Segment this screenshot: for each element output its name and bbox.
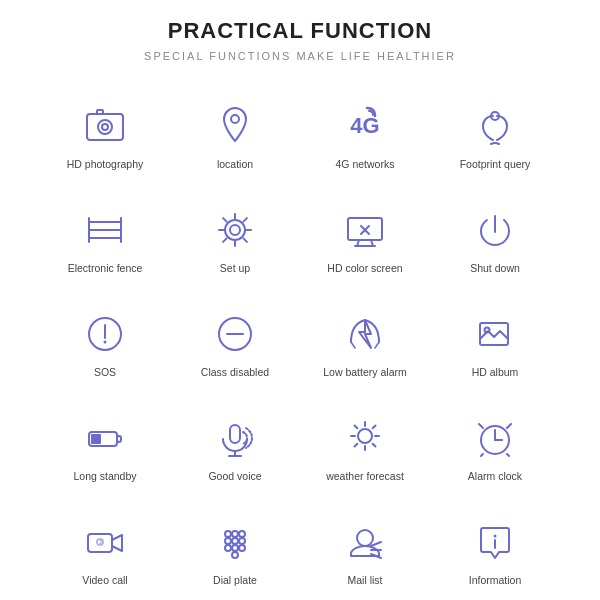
svg-rect-30 xyxy=(91,434,101,444)
dial-plate-label: Dial plate xyxy=(213,574,257,588)
feature-4g: 4G 4G networks xyxy=(300,78,430,178)
video-call-icon xyxy=(79,516,131,568)
svg-point-11 xyxy=(230,225,240,235)
svg-point-51 xyxy=(239,531,245,537)
class-disabled-icon xyxy=(209,308,261,360)
svg-point-12 xyxy=(225,220,245,240)
setup-icon xyxy=(209,204,261,256)
page-subtitle: SPECIAL FUNCTIONS MAKE LIFE HEALTHIER xyxy=(144,50,456,62)
4g-icon: 4G xyxy=(339,100,391,152)
feature-hd-photography: HD photography xyxy=(40,78,170,178)
feature-electronic-fence: Electronic fence xyxy=(40,182,170,282)
feature-information: Information xyxy=(430,494,560,594)
information-label: Information xyxy=(469,574,522,588)
svg-line-39 xyxy=(355,426,358,429)
page-title: PRACTICAL FUNCTION xyxy=(168,18,432,44)
shutdown-label: Shut down xyxy=(470,262,520,276)
weather-label: weather forecast xyxy=(326,470,404,484)
svg-point-54 xyxy=(239,538,245,544)
feature-mail-list: Mail list xyxy=(300,494,430,594)
svg-point-58 xyxy=(232,552,238,558)
setup-label: Set up xyxy=(220,262,250,276)
feature-dial-plate: Dial plate xyxy=(170,494,300,594)
svg-rect-29 xyxy=(117,436,121,442)
hd-album-label: HD album xyxy=(472,366,519,380)
svg-rect-31 xyxy=(230,425,240,443)
sos-icon xyxy=(79,308,131,360)
alarm-label: Alarm clock xyxy=(468,470,522,484)
class-disabled-label: Class disabled xyxy=(201,366,269,380)
feature-shutdown: Shut down xyxy=(430,182,560,282)
svg-point-4 xyxy=(231,115,239,123)
svg-point-59 xyxy=(357,530,373,546)
hd-photography-icon xyxy=(79,100,131,152)
hd-screen-label: HD color screen xyxy=(327,262,402,276)
svg-line-42 xyxy=(355,444,358,447)
svg-point-55 xyxy=(225,545,231,551)
feature-low-battery: Low battery alarm xyxy=(300,286,430,386)
svg-point-1 xyxy=(98,120,112,134)
svg-rect-3 xyxy=(97,110,103,114)
long-standby-label: Long standby xyxy=(73,470,136,484)
feature-sos: SOS xyxy=(40,286,170,386)
low-battery-label: Low battery alarm xyxy=(323,366,406,380)
feature-location: location xyxy=(170,78,300,178)
footprint-query-label: Footprint query xyxy=(460,158,531,172)
feature-alarm: Alarm clock xyxy=(430,390,560,490)
location-label: location xyxy=(217,158,253,172)
dial-plate-icon xyxy=(209,516,261,568)
low-battery-icon xyxy=(339,308,391,360)
svg-point-52 xyxy=(225,538,231,544)
feature-hd-screen: HD color screen xyxy=(300,182,430,282)
video-call-label: Video call xyxy=(82,574,127,588)
long-standby-icon xyxy=(79,412,131,464)
electronic-fence-label: Electronic fence xyxy=(68,262,143,276)
footprint-query-icon xyxy=(469,100,521,152)
location-icon xyxy=(209,100,261,152)
hd-screen-icon xyxy=(339,204,391,256)
svg-point-34 xyxy=(358,429,372,443)
svg-rect-0 xyxy=(87,114,123,140)
svg-point-2 xyxy=(102,124,108,130)
information-icon xyxy=(469,516,521,568)
features-grid: HD photography location 4G 4G xyxy=(40,78,560,600)
svg-point-56 xyxy=(232,545,238,551)
hd-photography-label: HD photography xyxy=(67,158,143,172)
svg-marker-25 xyxy=(359,320,371,348)
svg-point-53 xyxy=(232,538,238,544)
mail-list-icon xyxy=(339,516,391,568)
electronic-fence-icon xyxy=(79,204,131,256)
svg-line-41 xyxy=(373,426,376,429)
feature-hd-album: HD album xyxy=(430,286,560,386)
svg-line-40 xyxy=(373,444,376,447)
shutdown-icon xyxy=(469,204,521,256)
feature-class-disabled: Class disabled xyxy=(170,286,300,386)
good-voice-label: Good voice xyxy=(208,470,261,484)
mail-list-label: Mail list xyxy=(347,574,382,588)
feature-footprint-query: Footprint query xyxy=(430,78,560,178)
svg-point-50 xyxy=(232,531,238,537)
hd-album-icon xyxy=(469,308,521,360)
svg-point-21 xyxy=(104,341,107,344)
svg-point-27 xyxy=(485,328,490,333)
svg-point-57 xyxy=(239,545,245,551)
4g-label: 4G networks xyxy=(336,158,395,172)
page: PRACTICAL FUNCTION SPECIAL FUNCTIONS MAK… xyxy=(0,0,600,600)
feature-video-call: Video call xyxy=(40,494,170,594)
svg-point-49 xyxy=(225,531,231,537)
weather-icon xyxy=(339,412,391,464)
good-voice-icon xyxy=(209,412,261,464)
feature-weather: weather forecast xyxy=(300,390,430,490)
sos-label: SOS xyxy=(94,366,116,380)
alarm-icon xyxy=(469,412,521,464)
feature-setup: Set up xyxy=(170,182,300,282)
feature-long-standby: Long standby xyxy=(40,390,170,490)
svg-point-63 xyxy=(494,535,497,538)
feature-good-voice: Good voice xyxy=(170,390,300,490)
